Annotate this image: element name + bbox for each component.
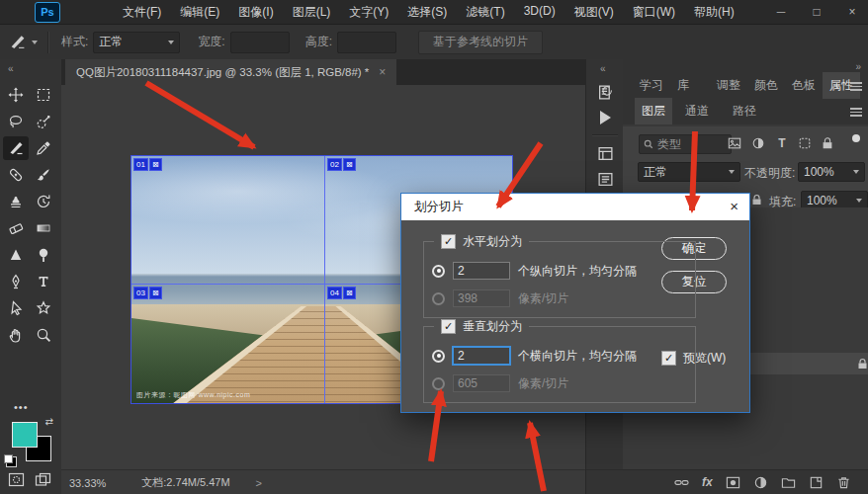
tab-adjustments[interactable]: 调整 [710, 72, 747, 99]
move-tool[interactable] [3, 83, 29, 107]
width-label: 宽度: [198, 34, 224, 50]
dialog-title-bar[interactable]: 划分切片 × [401, 194, 749, 220]
filter-smart-objects-icon[interactable] [819, 135, 836, 151]
width-input[interactable] [230, 32, 290, 53]
eyedropper-tool[interactable] [31, 136, 56, 160]
edit-toolbar-icon[interactable]: ••• [14, 401, 29, 413]
panel-tab-row-1: 学习 库 调整 颜色 色板 属性 [623, 73, 868, 99]
menu-3d[interactable]: 3D(D) [519, 2, 561, 23]
tab-paths[interactable]: 路径 [726, 98, 763, 124]
gradient-tool[interactable] [31, 216, 56, 240]
filter-type-layers-icon[interactable]: T [773, 135, 791, 151]
document-tab[interactable]: QQ图片20180311184437.jpg @ 33.3% (图层 1, RG… [65, 59, 396, 85]
zoom-tool[interactable] [31, 323, 56, 347]
height-input[interactable] [337, 32, 396, 53]
slice-tool-active[interactable] [3, 136, 29, 160]
opacity-dropdown[interactable]: 100% [798, 162, 865, 182]
slice-badge-04: 04⊠ [327, 287, 356, 299]
layer-mask-icon[interactable] [726, 475, 740, 490]
maximize-button[interactable]: □ [807, 5, 826, 19]
spot-healing-brush-tool[interactable] [3, 163, 29, 187]
slices-from-guides-button[interactable]: 基于参考线的切片 [418, 31, 543, 54]
blend-mode-dropdown[interactable]: 正常 [638, 162, 740, 182]
layer-filter-dropdown[interactable]: 类型 [639, 134, 732, 154]
quick-selection-tool[interactable] [31, 110, 56, 133]
tab-color[interactable]: 颜色 [747, 72, 785, 99]
tool-preset[interactable] [9, 34, 38, 50]
tab-libraries[interactable]: 库 [670, 72, 696, 99]
collapse-panels-icon[interactable]: » [855, 61, 860, 72]
layer-style-icon[interactable]: fx [702, 475, 713, 489]
quick-mask-icon[interactable] [8, 472, 25, 487]
menu-edit[interactable]: 编辑(E) [175, 2, 224, 23]
menu-type[interactable]: 文字(Y) [344, 2, 393, 23]
history-brush-tool[interactable] [31, 190, 56, 213]
rectangular-marquee-tool[interactable] [31, 83, 56, 107]
minimize-button[interactable]: ─ [771, 5, 791, 19]
horizontal-count-radio[interactable] [432, 265, 445, 278]
zoom-level[interactable]: 33.33% [69, 477, 106, 489]
blur-tool[interactable] [3, 243, 29, 267]
default-colors-icon[interactable] [6, 456, 17, 467]
type-tool[interactable] [31, 270, 56, 293]
vertical-count-radio[interactable] [432, 350, 445, 363]
filter-shape-layers-icon[interactable] [796, 135, 814, 151]
screen-mode-icon[interactable] [35, 472, 51, 487]
status-chevron-icon[interactable]: > [256, 477, 262, 489]
vertical-checkbox[interactable]: ✓ [441, 319, 456, 334]
tab-channels[interactable]: 通道 [678, 98, 716, 124]
dialog-body: 确定 复位 ✓ 水平划分为 个纵向切片，均匀分隔 像素/切片 [401, 220, 749, 412]
menu-image[interactable]: 图像(I) [233, 2, 278, 23]
quick-selection-icon [36, 114, 51, 129]
info-panel-icon[interactable] [594, 168, 616, 190]
collapse-toolbar-icon[interactable]: « [8, 63, 13, 74]
lasso-tool[interactable] [3, 110, 29, 133]
menu-layer[interactable]: 图层(L) [288, 2, 336, 23]
horizontal-pixels-radio[interactable] [432, 292, 445, 305]
foreground-color-swatch[interactable] [12, 422, 38, 448]
menu-file[interactable]: 文件(F) [118, 2, 166, 23]
horizontal-checkbox[interactable]: ✓ [441, 234, 456, 249]
brush-tool[interactable] [31, 163, 56, 187]
swap-colors-icon[interactable]: ⇄ [45, 416, 53, 427]
menu-window[interactable]: 窗口(W) [628, 2, 680, 23]
lock-all-icon[interactable] [751, 194, 762, 206]
filter-pixel-layers-icon[interactable] [726, 135, 743, 151]
path-selection-tool[interactable] [3, 296, 29, 320]
slice-number: 01 [133, 158, 148, 171]
horizontal-count-input[interactable] [453, 262, 510, 280]
hand-tool[interactable] [3, 323, 29, 347]
new-layer-icon[interactable] [809, 475, 824, 490]
vertical-pixels-radio[interactable] [432, 377, 445, 390]
dodge-tool[interactable] [31, 243, 56, 267]
pen-tool[interactable] [3, 270, 29, 293]
properties-panel-icon[interactable] [594, 142, 616, 164]
panel-menu-icon[interactable] [850, 108, 862, 117]
menu-select[interactable]: 选择(S) [402, 2, 452, 23]
expand-panels-icon[interactable]: « [600, 63, 605, 74]
adjustment-layer-icon[interactable] [753, 475, 768, 490]
panel-menu-icon[interactable] [850, 82, 862, 91]
new-group-icon[interactable] [781, 475, 796, 490]
menu-filter[interactable]: 滤镜(T) [461, 2, 509, 23]
close-document-icon[interactable]: × [379, 65, 386, 79]
actions-panel-icon[interactable] [594, 107, 616, 128]
tab-learn[interactable]: 学习 [633, 72, 670, 99]
delete-layer-icon[interactable] [836, 475, 851, 490]
tab-layers[interactable]: 图层 [635, 98, 672, 124]
dialog-close-icon[interactable]: × [730, 198, 738, 214]
history-panel-icon[interactable] [594, 81, 616, 103]
clone-stamp-tool[interactable] [3, 190, 29, 213]
filter-toggle-icon[interactable] [852, 134, 860, 142]
custom-shape-tool[interactable] [31, 296, 56, 320]
vertical-count-input[interactable] [453, 347, 510, 365]
style-dropdown[interactable]: 正常 [93, 32, 180, 53]
eraser-tool[interactable] [3, 216, 29, 240]
link-layers-icon[interactable] [674, 475, 689, 490]
tab-swatches[interactable]: 色板 [785, 72, 823, 99]
close-button[interactable]: × [842, 5, 862, 19]
preview-checkbox[interactable]: ✓ [661, 351, 676, 366]
filter-adjustment-layers-icon[interactable] [749, 135, 767, 151]
menu-view[interactable]: 视图(V) [569, 2, 619, 23]
menu-help[interactable]: 帮助(H) [689, 2, 739, 23]
